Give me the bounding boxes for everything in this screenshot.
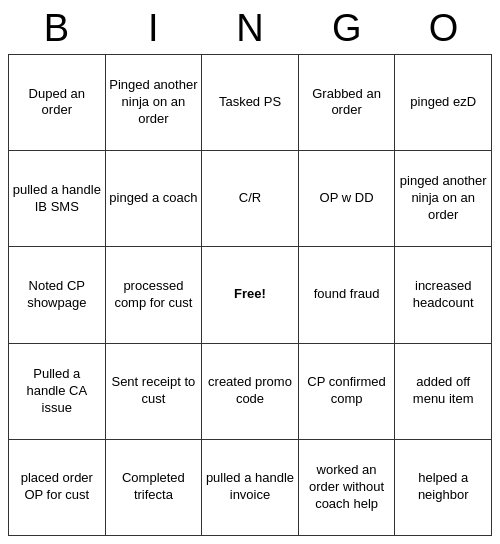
cell-r1-c0[interactable]: pulled a handle IB SMS: [9, 151, 106, 247]
letter-i: I: [105, 8, 202, 50]
cell-r1-c1[interactable]: pinged a coach: [105, 151, 202, 247]
cell-r4-c0[interactable]: placed order OP for cust: [9, 439, 106, 535]
bingo-header: B I N G O: [8, 8, 492, 50]
cell-r1-c2[interactable]: C/R: [202, 151, 299, 247]
cell-r4-c3[interactable]: worked an order without coach help: [298, 439, 395, 535]
letter-g: G: [298, 8, 395, 50]
cell-r0-c3[interactable]: Grabbed an order: [298, 54, 395, 150]
cell-r3-c0[interactable]: Pulled a handle CA issue: [9, 343, 106, 439]
cell-r4-c4[interactable]: helped a neighbor: [395, 439, 492, 535]
cell-r3-c1[interactable]: Sent receipt to cust: [105, 343, 202, 439]
cell-r2-c4[interactable]: increased headcount: [395, 247, 492, 343]
letter-b: B: [8, 8, 105, 50]
cell-r4-c1[interactable]: Completed trifecta: [105, 439, 202, 535]
cell-r0-c2[interactable]: Tasked PS: [202, 54, 299, 150]
cell-r3-c3[interactable]: CP confirmed comp: [298, 343, 395, 439]
letter-o: O: [395, 8, 492, 50]
cell-r2-c2[interactable]: Free!: [202, 247, 299, 343]
cell-r0-c0[interactable]: Duped an order: [9, 54, 106, 150]
cell-r3-c2[interactable]: created promo code: [202, 343, 299, 439]
cell-r2-c1[interactable]: processed comp for cust: [105, 247, 202, 343]
cell-r3-c4[interactable]: added off menu item: [395, 343, 492, 439]
letter-n: N: [202, 8, 299, 50]
cell-r1-c4[interactable]: pinged another ninja on an order: [395, 151, 492, 247]
cell-r2-c3[interactable]: found fraud: [298, 247, 395, 343]
cell-r4-c2[interactable]: pulled a handle invoice: [202, 439, 299, 535]
cell-r1-c3[interactable]: OP w DD: [298, 151, 395, 247]
cell-r2-c0[interactable]: Noted CP showpage: [9, 247, 106, 343]
bingo-grid: Duped an orderPinged another ninja on an…: [8, 54, 492, 536]
cell-r0-c4[interactable]: pinged ezD: [395, 54, 492, 150]
cell-r0-c1[interactable]: Pinged another ninja on an order: [105, 54, 202, 150]
